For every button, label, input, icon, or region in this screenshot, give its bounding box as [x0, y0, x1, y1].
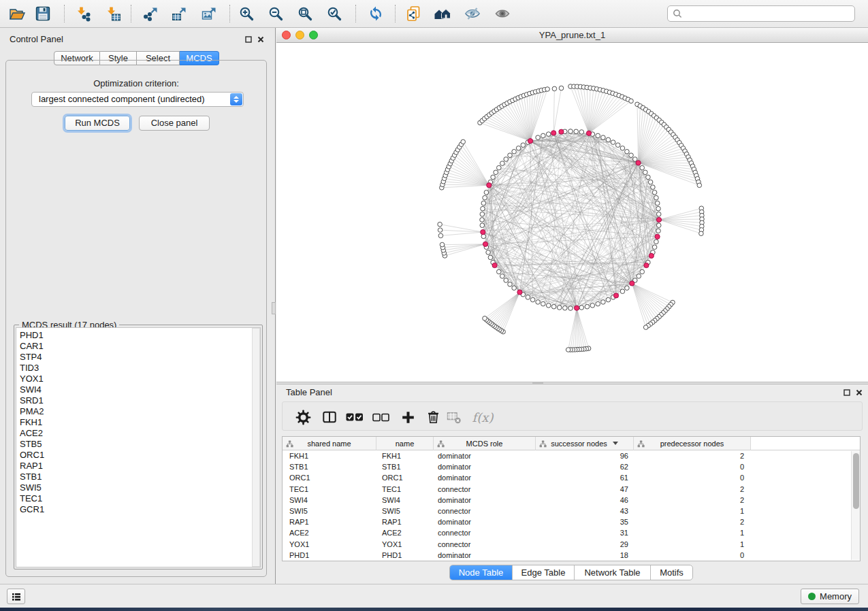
cell[interactable]: 62 [536, 463, 634, 471]
close-icon[interactable] [256, 35, 265, 44]
table-row[interactable]: FKH1FKH1dominator962 [283, 450, 860, 461]
cell[interactable]: ORC1 [376, 474, 434, 482]
run-mcds-button[interactable]: Run MCDS [65, 116, 130, 131]
mcds-result-item[interactable]: PHD1 [20, 330, 260, 341]
delete-column-icon[interactable] [423, 408, 443, 426]
cell[interactable]: connector [434, 485, 536, 493]
delete-table-icon[interactable] [445, 408, 464, 426]
split-columns-icon[interactable] [320, 408, 339, 426]
mcds-result-item[interactable]: SWI5 [20, 482, 260, 493]
cell[interactable]: RAP1 [376, 518, 434, 526]
cell[interactable]: connector [434, 507, 536, 515]
cell[interactable]: 31 [536, 529, 634, 537]
cell[interactable]: 29 [536, 540, 634, 548]
cell[interactable]: 35 [536, 518, 634, 526]
mcds-result-item[interactable]: GCR1 [20, 504, 260, 515]
table-row[interactable]: RAP1RAP1dominator352 [283, 516, 860, 527]
optimization-criterion-select[interactable]: largest connected component (undirected) [31, 92, 244, 107]
cell[interactable]: SWI5 [376, 507, 434, 515]
cell[interactable]: dominator [434, 452, 536, 460]
result-scrollbar[interactable] [252, 328, 260, 567]
mcds-result-item[interactable]: STB1 [20, 472, 260, 482]
column-header-name[interactable]: name [376, 437, 434, 450]
select-all-checkbox-icon[interactable] [345, 408, 364, 426]
cell[interactable]: 18 [536, 551, 634, 559]
cell[interactable]: 47 [536, 485, 634, 493]
import-network-icon[interactable] [74, 5, 92, 22]
tab-edge-table[interactable]: Edge Table [513, 565, 575, 580]
close-traffic-light-icon[interactable] [282, 31, 291, 39]
tab-node-table[interactable]: Node Table [450, 565, 513, 580]
table-row[interactable]: TEC1TEC1connector472 [283, 484, 860, 495]
column-header-MCDS-role[interactable]: MCDS role [434, 437, 536, 450]
cell[interactable]: 1 [634, 507, 751, 515]
mcds-result-item[interactable]: FKH1 [20, 417, 260, 428]
cell[interactable]: connector [434, 529, 536, 537]
column-header-successor-nodes[interactable]: successor nodes [536, 437, 634, 450]
export-image-icon[interactable] [200, 5, 218, 22]
cell[interactable]: 2 [634, 518, 751, 526]
memory-button[interactable]: Memory [801, 589, 859, 604]
table-row[interactable]: ACE2ACE2connector311 [283, 527, 860, 538]
cell[interactable]: PHD1 [376, 551, 434, 559]
mcds-result-item[interactable]: YOX1 [20, 374, 260, 384]
cell[interactable]: dominator [434, 463, 536, 471]
column-header-shared-name[interactable]: shared name [283, 437, 376, 450]
import-table-icon[interactable] [104, 5, 122, 22]
show-panel-icon[interactable] [494, 5, 511, 22]
cell[interactable]: 0 [634, 474, 751, 482]
cell[interactable]: dominator [434, 551, 536, 559]
open-file-icon[interactable] [8, 5, 26, 22]
mcds-result-item[interactable]: TEC1 [20, 493, 260, 504]
mcds-result-item[interactable]: ACE2 [20, 428, 260, 439]
network-canvas[interactable] [276, 43, 868, 382]
mcds-result-item[interactable]: STB5 [20, 439, 260, 450]
cell[interactable]: SWI5 [283, 507, 376, 515]
float-icon[interactable] [244, 35, 253, 44]
add-column-icon[interactable] [398, 408, 417, 426]
save-session-icon[interactable] [34, 5, 52, 22]
zoom-selected-icon[interactable] [325, 5, 343, 22]
table-row[interactable]: STB1STB1dominator620 [283, 461, 860, 472]
zoom-out-icon[interactable] [267, 5, 285, 22]
mcds-result-item[interactable]: STP4 [20, 352, 260, 363]
table-row[interactable]: SWI5SWI5connector431 [283, 506, 860, 516]
mcds-result-item[interactable]: RAP1 [20, 461, 260, 472]
scrollbar-thumb[interactable] [853, 453, 859, 509]
export-table-icon[interactable] [170, 5, 188, 22]
cell[interactable]: TEC1 [283, 485, 376, 493]
horizontal-splitter-handle[interactable] [532, 382, 543, 384]
cell[interactable]: STB1 [376, 463, 434, 471]
export-network-icon[interactable] [142, 5, 159, 22]
table-float-icon[interactable] [842, 388, 851, 397]
cell[interactable]: ORC1 [283, 474, 376, 482]
cell[interactable]: FKH1 [376, 452, 434, 460]
cell[interactable]: 2 [634, 496, 751, 504]
cell[interactable]: dominator [434, 474, 536, 482]
cell[interactable]: 61 [536, 474, 634, 482]
refresh-layout-icon[interactable] [367, 5, 385, 22]
table-scrollbar[interactable] [851, 451, 860, 560]
cell[interactable]: 0 [634, 551, 751, 559]
table-row[interactable]: ORC1ORC1dominator610 [283, 472, 860, 483]
cell[interactable]: YOX1 [283, 540, 376, 548]
cell[interactable]: dominator [434, 496, 536, 504]
cell[interactable]: ACE2 [376, 529, 434, 537]
cell[interactable]: SWI4 [376, 496, 434, 504]
tab-motifs[interactable]: Motifs [651, 565, 692, 580]
cell[interactable]: YOX1 [376, 540, 434, 548]
zoom-traffic-light-icon[interactable] [309, 31, 318, 39]
cell[interactable]: 46 [536, 496, 634, 504]
task-history-button[interactable] [7, 589, 25, 604]
share-document-icon[interactable] [404, 5, 422, 22]
cell[interactable]: TEC1 [376, 485, 434, 493]
cell[interactable]: RAP1 [283, 518, 376, 526]
search-box[interactable] [667, 5, 855, 22]
cell[interactable]: 43 [536, 507, 634, 515]
network-home-icon[interactable] [434, 5, 451, 22]
mcds-result-list[interactable]: PHD1CAR1STP4TID3YOX1SWI4SRD1PMA2FKH1ACE2… [16, 327, 261, 567]
mcds-result-item[interactable]: PMA2 [20, 406, 260, 417]
close-panel-button[interactable]: Close panel [139, 116, 210, 131]
cell[interactable]: PHD1 [283, 551, 376, 559]
cell[interactable]: 96 [536, 452, 634, 460]
